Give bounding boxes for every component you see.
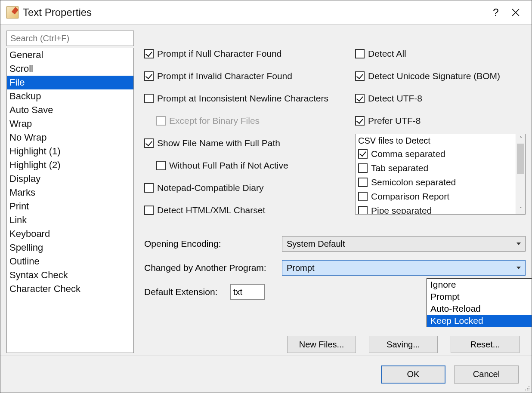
- checkbox[interactable]: [144, 183, 154, 193]
- title-bar: Text Properties ?: [0, 0, 532, 25]
- category-item[interactable]: Display: [7, 172, 133, 186]
- checkbox-label: Detect UTF-8: [368, 93, 422, 104]
- checkbox[interactable]: [355, 71, 365, 81]
- dropdown-option[interactable]: Prompt: [427, 291, 532, 303]
- opening-encoding-label: Opening Encoding:: [144, 239, 282, 249]
- checkbox[interactable]: [355, 94, 365, 103]
- csv-item-label: Semicolon separated: [371, 177, 456, 187]
- changed-by-value: Prompt: [287, 263, 314, 273]
- checkbox-label: Notepad-Compatible Diary: [157, 183, 263, 193]
- new-files-button[interactable]: New Files...: [287, 336, 356, 353]
- checkbox[interactable]: [358, 192, 368, 201]
- category-item[interactable]: File: [7, 76, 133, 89]
- category-item[interactable]: Character Check: [7, 282, 133, 296]
- checkbox-label: Without Full Path if Not Active: [169, 160, 288, 171]
- category-item[interactable]: Backup: [7, 89, 133, 103]
- category-item[interactable]: Marks: [7, 186, 133, 200]
- checkbox[interactable]: [144, 71, 154, 81]
- changed-by-dropdown[interactable]: IgnorePromptAuto-ReloadKeep Locked: [427, 278, 532, 327]
- category-item[interactable]: Print: [7, 200, 133, 213]
- csv-item-label: Comparison Report: [371, 191, 449, 202]
- checkbox-label: Detect All: [368, 49, 406, 59]
- opening-encoding-value: System Default: [287, 239, 345, 249]
- category-item[interactable]: Wrap: [7, 117, 133, 131]
- checkbox-label: Prompt if Invalid Character Found: [157, 71, 292, 81]
- category-item[interactable]: No Wrap: [7, 131, 133, 144]
- scrollbar[interactable]: ˄ ˅: [516, 134, 525, 214]
- category-item[interactable]: Keyboard: [7, 227, 133, 241]
- checkbox[interactable]: [144, 49, 154, 58]
- checkbox[interactable]: [358, 178, 368, 187]
- checkbox[interactable]: [156, 161, 166, 170]
- category-item[interactable]: General: [7, 48, 133, 62]
- checkbox[interactable]: [358, 163, 368, 173]
- checkbox-label: Detect Unicode Signature (BOM): [368, 71, 500, 81]
- cancel-button[interactable]: Cancel: [454, 365, 519, 384]
- checkbox[interactable]: [355, 116, 365, 126]
- changed-by-combo[interactable]: Prompt: [282, 260, 526, 276]
- app-icon: [6, 6, 19, 18]
- checkbox[interactable]: [358, 206, 368, 215]
- category-item[interactable]: Scroll: [7, 62, 133, 76]
- csv-item-label: Tab separated: [371, 163, 428, 173]
- scroll-up-button[interactable]: ˄: [516, 134, 525, 144]
- chevron-down-icon: [517, 267, 521, 269]
- close-icon: [512, 9, 520, 16]
- default-ext-input[interactable]: [230, 284, 265, 300]
- checkbox[interactable]: [355, 49, 365, 58]
- scroll-thumb[interactable]: [517, 144, 524, 174]
- dropdown-option[interactable]: Ignore: [427, 279, 532, 291]
- checkbox: [156, 116, 166, 126]
- help-button[interactable]: ?: [486, 4, 506, 21]
- category-item[interactable]: Link: [7, 213, 133, 227]
- reset-button[interactable]: Reset...: [451, 336, 520, 353]
- checkbox-label: Except for Binary Files: [169, 116, 260, 126]
- csv-detect-list[interactable]: CSV files to Detect Comma separatedTab s…: [355, 134, 526, 215]
- window-title: Text Properties: [23, 6, 92, 18]
- checkbox[interactable]: [144, 94, 154, 103]
- category-item[interactable]: Highlight (1): [7, 144, 133, 158]
- checkbox-label: Prefer UTF-8: [368, 116, 421, 126]
- checkbox-label: Prompt at Inconsistent Newline Character…: [157, 93, 328, 104]
- category-item[interactable]: Highlight (2): [7, 158, 133, 172]
- checkbox[interactable]: [144, 206, 154, 215]
- ok-button[interactable]: OK: [381, 365, 445, 384]
- scroll-down-button[interactable]: ˅: [516, 205, 525, 214]
- opening-encoding-combo[interactable]: System Default: [282, 236, 526, 252]
- checkbox[interactable]: [144, 138, 154, 148]
- dropdown-option[interactable]: Keep Locked: [427, 315, 532, 327]
- category-list[interactable]: GeneralScrollFileBackupAuto SaveWrapNo W…: [6, 48, 134, 353]
- saving-button[interactable]: Saving...: [369, 336, 438, 353]
- category-item[interactable]: Syntax Check: [7, 268, 133, 282]
- changed-by-label: Changed by Another Program:: [144, 263, 282, 273]
- csv-header: CSV files to Detect: [358, 136, 513, 146]
- close-button[interactable]: [506, 4, 526, 21]
- csv-item-label: Comma separated: [371, 149, 445, 159]
- csv-item-label: Pipe separated: [371, 206, 432, 215]
- search-input[interactable]: [6, 31, 134, 46]
- chevron-down-icon: [517, 243, 521, 245]
- checkbox-label: Detect HTML/XML Charset: [157, 205, 265, 215]
- checkbox-label: Show File Name with Full Path: [157, 138, 280, 148]
- category-item[interactable]: Outline: [7, 255, 133, 268]
- category-item[interactable]: Auto Save: [7, 103, 133, 117]
- category-item[interactable]: Spelling: [7, 241, 133, 255]
- checkbox-label: Prompt if Null Character Found: [157, 49, 281, 59]
- dropdown-option[interactable]: Auto-Reload: [427, 303, 532, 315]
- checkbox[interactable]: [358, 149, 368, 159]
- resize-grip[interactable]: [524, 385, 531, 392]
